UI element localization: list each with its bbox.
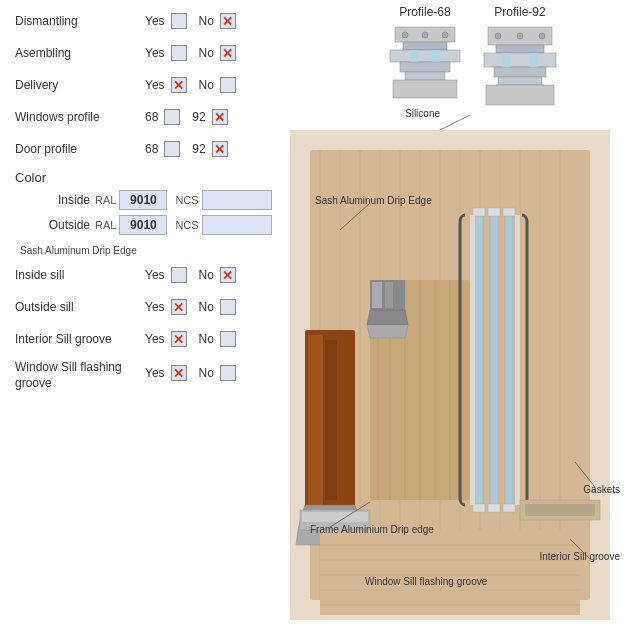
inside-sill-yes-cb[interactable] — [171, 267, 187, 283]
wp-68-checkbox[interactable] — [164, 109, 180, 125]
frame-drip-annotation: Frame Aluminium Drip edge — [310, 524, 434, 535]
yes-label-0: Yes — [145, 14, 165, 28]
isg-options: Yes ✕ No — [145, 331, 244, 347]
outside-ncs-label: NCS — [175, 219, 198, 231]
profile-section: Profile-68 — [320, 5, 625, 112]
x-mark-0: ✕ — [222, 15, 233, 28]
wsf-options: Yes ✕ No — [145, 365, 244, 381]
delivery-label: Delivery — [15, 78, 145, 92]
svg-rect-58 — [488, 504, 500, 512]
outside-sill-yes-cb[interactable]: ✕ — [171, 299, 187, 315]
wsf-groove-row: Window Sill flashinggroove Yes ✕ No — [15, 360, 300, 391]
dismantling-no-checkbox[interactable]: ✕ — [220, 13, 236, 29]
silicone-annotation: Silicone — [405, 108, 440, 119]
dismantling-yes-checkbox[interactable] — [171, 13, 187, 29]
interior-sill-groove-label: Interior Sill groove — [15, 332, 145, 346]
svg-rect-13 — [484, 53, 556, 67]
gaskets-annotation: Gaskets — [583, 484, 620, 495]
x-mark-dp: ✕ — [214, 143, 225, 156]
windows-profile-row: Windows profile 68 92 ✕ — [15, 106, 300, 128]
svg-rect-4 — [405, 72, 445, 80]
outside-color-row: Outside RAL NCS — [35, 215, 300, 235]
outside-sill-options: Yes ✕ No — [145, 299, 244, 315]
wsf-yes-cb[interactable]: ✕ — [171, 365, 187, 381]
sash-drip-annotation: Sash Aluminum Drip Edge — [315, 195, 432, 206]
svg-rect-16 — [486, 85, 554, 105]
svg-rect-20 — [502, 53, 511, 67]
wsf-groove-label: Window Sill flashinggroove — [15, 360, 145, 391]
interior-sill-groove-row: Interior Sill groove Yes ✕ No — [15, 328, 300, 350]
dp-92-checkbox[interactable]: ✕ — [212, 141, 228, 157]
door-profile-row: Door profile 68 92 ✕ — [15, 138, 300, 160]
isg-yes-label: Yes — [145, 332, 165, 346]
svg-rect-41 — [340, 345, 350, 495]
is-yes-label: Yes — [145, 268, 165, 282]
svg-point-19 — [517, 33, 523, 39]
outside-ncs-input[interactable] — [202, 215, 272, 235]
profile-92-diagram — [480, 22, 560, 112]
interior-sill-annotation: Interior Sill groove — [539, 551, 620, 562]
door-profile-label: Door profile — [15, 142, 145, 156]
svg-rect-21 — [529, 53, 538, 67]
svg-rect-9 — [410, 50, 418, 62]
inside-ral-input[interactable] — [119, 190, 167, 210]
dp-val2-label: 92 — [192, 142, 205, 156]
svg-point-6 — [402, 32, 408, 38]
svg-rect-64 — [525, 504, 595, 516]
wsf-no-cb[interactable] — [220, 365, 236, 381]
inside-color-row: Inside RAL NCS — [35, 190, 300, 210]
profile-92-title: Profile-92 — [494, 5, 545, 19]
x-mark-is: ✕ — [222, 269, 233, 282]
x-mark-2: ✕ — [173, 79, 184, 92]
svg-rect-40 — [325, 340, 337, 500]
isg-yes-cb[interactable]: ✕ — [171, 331, 187, 347]
asembling-yes-checkbox[interactable] — [171, 45, 187, 61]
color-title: Color — [15, 170, 300, 185]
wp-92-checkbox[interactable]: ✕ — [212, 109, 228, 125]
outside-sill-no-cb[interactable] — [220, 299, 236, 315]
inside-ncs-label: NCS — [175, 194, 198, 206]
no-label-0: No — [199, 14, 214, 28]
sash-drip-label: Sash Aluminum Drip Edge — [15, 245, 300, 256]
wsf-groove-annotation: Window Sill flashing groove — [365, 576, 487, 587]
wp-val1-label: 68 — [145, 110, 158, 124]
svg-rect-60 — [503, 504, 515, 512]
outside-sill-label: Outside sill — [15, 300, 145, 314]
x-mark-os: ✕ — [173, 301, 184, 314]
svg-rect-2 — [390, 50, 460, 62]
outside-ral-input[interactable] — [119, 215, 167, 235]
x-mark-wp: ✕ — [214, 111, 225, 124]
svg-point-18 — [539, 33, 545, 39]
profile-68-diagram — [385, 22, 465, 112]
door-profile-options: 68 92 ✕ — [145, 141, 236, 157]
svg-rect-57 — [488, 208, 500, 216]
yes-label-2: Yes — [145, 78, 165, 92]
svg-rect-39 — [308, 335, 323, 505]
svg-rect-62 — [515, 215, 520, 505]
svg-rect-15 — [498, 77, 542, 85]
isg-no-cb[interactable] — [220, 331, 236, 347]
dismantling-label: Dismantling — [15, 14, 145, 28]
left-panel: Dismantling Yes No ✕ Asembling Yes No ✕ — [0, 0, 310, 627]
dp-68-checkbox[interactable] — [164, 141, 180, 157]
svg-rect-56 — [473, 504, 485, 512]
outside-label: Outside — [35, 218, 90, 232]
delivery-no-checkbox[interactable] — [220, 77, 236, 93]
profile-68-item: Profile-68 — [385, 5, 465, 112]
inside-sill-options: Yes No ✕ — [145, 267, 244, 283]
svg-point-17 — [495, 33, 501, 39]
main-container: Dismantling Yes No ✕ Asembling Yes No ✕ — [0, 0, 625, 627]
svg-rect-52 — [475, 210, 483, 510]
color-section: Color Inside RAL NCS Outside RAL NCS — [15, 170, 300, 235]
is-no-label: No — [199, 268, 214, 282]
inside-label: Inside — [35, 193, 90, 207]
dismantling-options: Yes No ✕ — [145, 13, 244, 29]
delivery-yes-checkbox[interactable]: ✕ — [171, 77, 187, 93]
asembling-no-checkbox[interactable]: ✕ — [220, 45, 236, 61]
inside-sill-no-cb[interactable]: ✕ — [220, 267, 236, 283]
svg-point-8 — [422, 32, 428, 38]
svg-rect-51 — [385, 282, 393, 308]
isg-no-label: No — [199, 332, 214, 346]
inside-ncs-input[interactable] — [202, 190, 272, 210]
svg-rect-14 — [494, 67, 546, 77]
